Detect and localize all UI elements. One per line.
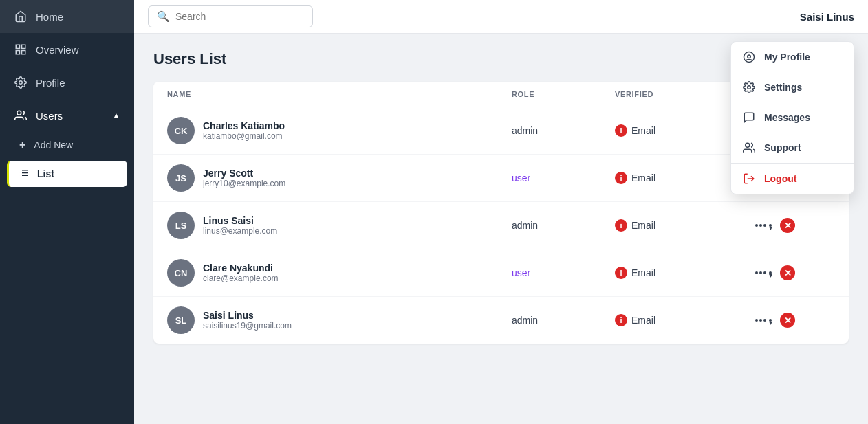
col-name: NAME xyxy=(167,90,512,98)
verified-label: Email xyxy=(631,125,655,136)
sidebar: Home Overview Profile Users ▲ + Add New … xyxy=(0,0,134,424)
search-box[interactable]: 🔍 xyxy=(148,5,313,27)
svg-point-5 xyxy=(17,111,21,115)
table-row: LS Linus Saisi linus@example.com admin i… xyxy=(153,202,849,249)
user-email: clare@example.com xyxy=(203,274,279,283)
svg-rect-2 xyxy=(16,51,19,54)
verified-label: Email xyxy=(631,315,655,326)
sidebar-submenu-users: + Add New List xyxy=(0,132,134,190)
verified-label: Email xyxy=(631,172,655,183)
svg-point-12 xyxy=(744,52,755,62)
info-icon[interactable]: i xyxy=(615,219,627,232)
sidebar-item-list-label: List xyxy=(37,168,54,179)
dropdown-item-settings[interactable]: Settings xyxy=(731,72,854,102)
user-email: jerry10@example.com xyxy=(203,179,285,188)
main-area: 🔍 Saisi Linus My Profile Settings xyxy=(134,0,868,424)
info-icon[interactable]: i xyxy=(615,124,627,137)
col-role: ROLE xyxy=(512,90,615,98)
chevron-down-icon: ▾ xyxy=(769,271,772,274)
info-icon[interactable]: i xyxy=(615,267,627,279)
dropdown-logout-label: Logout xyxy=(764,173,796,184)
dropdown-my-profile-label: My Profile xyxy=(764,52,810,63)
sidebar-item-overview-label: Overview xyxy=(36,44,79,56)
action-cell: ▾ ✕ xyxy=(752,265,835,280)
svg-rect-1 xyxy=(22,45,25,48)
svg-rect-0 xyxy=(16,45,19,48)
info-icon[interactable]: i xyxy=(615,314,627,326)
avatar: LS xyxy=(167,212,195,239)
verified-cell: i Email xyxy=(615,219,752,232)
svg-point-13 xyxy=(748,85,751,89)
verified-label: Email xyxy=(631,267,655,278)
user-cell: SL Saisi Linus saisilinus19@gmail.com xyxy=(167,306,512,334)
dropdown-item-messages[interactable]: Messages xyxy=(731,102,854,133)
info-icon[interactable]: i xyxy=(615,172,627,184)
action-dots-button[interactable]: ▾ xyxy=(752,221,774,230)
svg-point-14 xyxy=(746,143,750,147)
action-dots-button[interactable]: ▾ xyxy=(752,316,774,324)
user-email: linus@example.com xyxy=(203,226,277,236)
user-cell: CK Charles Katiambo katiambo@gmail.com xyxy=(167,117,512,144)
sidebar-item-add-new[interactable]: + Add New xyxy=(0,132,134,158)
user-cell: JS Jerry Scott jerry10@example.com xyxy=(167,164,512,192)
header: 🔍 Saisi Linus My Profile Settings xyxy=(134,0,868,34)
sidebar-item-home[interactable]: Home xyxy=(0,0,134,33)
user-cell: CN Clare Nyakundi clare@example.com xyxy=(167,259,512,287)
message-icon xyxy=(742,111,756,124)
role-cell: admin xyxy=(512,315,615,326)
user-cell: LS Linus Saisi linus@example.com xyxy=(167,212,512,239)
dropdown-item-support[interactable]: Support xyxy=(731,133,854,163)
role-cell: user xyxy=(512,267,615,278)
support-icon xyxy=(742,141,756,155)
action-cell: ▾ ✕ xyxy=(752,218,835,233)
search-input[interactable] xyxy=(175,11,304,22)
plus-icon: + xyxy=(19,139,25,151)
chevron-down-icon: ▾ xyxy=(769,224,772,227)
remove-user-button[interactable]: ✕ xyxy=(780,265,795,280)
table-row: SL Saisi Linus saisilinus19@gmail.com ad… xyxy=(153,297,849,344)
svg-rect-3 xyxy=(22,51,25,54)
user-name: Clare Nyakundi xyxy=(203,263,279,274)
chevron-up-icon: ▲ xyxy=(112,111,120,120)
settings-icon xyxy=(742,80,756,94)
remove-user-button[interactable]: ✕ xyxy=(780,313,795,328)
user-menu-trigger[interactable]: Saisi Linus My Profile Settings xyxy=(800,11,854,23)
sidebar-item-users-label: Users xyxy=(36,110,63,122)
logout-icon xyxy=(742,172,756,186)
sidebar-item-list[interactable]: List xyxy=(7,161,127,187)
user-email: katiambo@gmail.com xyxy=(203,131,285,141)
user-circle-icon xyxy=(742,50,756,64)
search-icon: 🔍 xyxy=(157,10,170,23)
sidebar-item-home-label: Home xyxy=(36,11,63,23)
verified-cell: i Email xyxy=(615,314,752,326)
remove-user-button[interactable]: ✕ xyxy=(780,218,795,233)
role-cell: user xyxy=(512,172,615,183)
chevron-down-icon: ▾ xyxy=(769,319,772,322)
user-name: Saisi Linus xyxy=(203,310,292,321)
sidebar-item-users[interactable]: Users ▲ xyxy=(0,99,134,132)
user-dropdown-menu: My Profile Settings Messages xyxy=(730,41,854,194)
user-email: saisilinus19@gmail.com xyxy=(203,321,292,331)
action-dots-button[interactable]: ▾ xyxy=(752,269,774,277)
role-cell: admin xyxy=(512,220,615,231)
dropdown-item-logout[interactable]: Logout xyxy=(731,164,854,194)
home-icon xyxy=(14,10,28,23)
sidebar-item-profile[interactable]: Profile xyxy=(0,66,134,99)
dropdown-item-my-profile[interactable]: My Profile xyxy=(731,42,854,72)
users-icon xyxy=(14,109,28,122)
action-cell: ▾ ✕ xyxy=(752,313,835,328)
avatar: CK xyxy=(167,117,195,144)
sidebar-item-add-new-label: Add New xyxy=(34,140,73,150)
overview-icon xyxy=(14,43,28,56)
sidebar-item-profile-label: Profile xyxy=(36,77,65,89)
user-name: Charles Katiambo xyxy=(203,120,285,131)
list-icon xyxy=(19,168,29,180)
verified-label: Email xyxy=(631,220,655,231)
user-name: Jerry Scott xyxy=(203,168,285,179)
dropdown-messages-label: Messages xyxy=(764,112,810,123)
avatar: SL xyxy=(167,306,195,334)
sidebar-item-overview[interactable]: Overview xyxy=(0,33,134,66)
user-name: Linus Saisi xyxy=(203,215,277,226)
avatar: CN xyxy=(167,259,195,287)
dropdown-settings-label: Settings xyxy=(764,82,802,93)
